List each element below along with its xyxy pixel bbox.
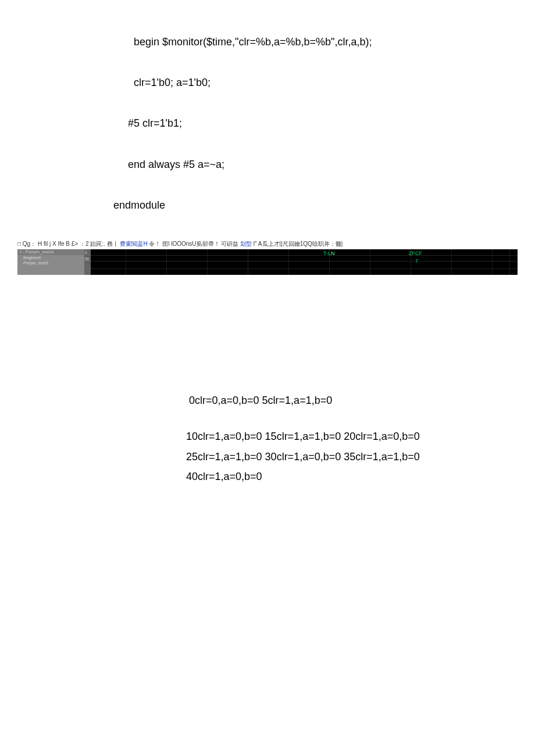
wave-label-2: ZFCF [409, 250, 422, 256]
code-line-2: clr=1'b0; a=1'b0; [134, 76, 518, 90]
signal-row-2: Penpin_test/b [17, 260, 84, 266]
waveform-toolbar: □ Qg： H fil j X Ife B £> ：2 跆罠:. 務丨 费窗閱盡… [17, 239, 518, 249]
code-section: begin $monitor($time,"clr=%b,a=%b,b=%b",… [134, 35, 518, 213]
waveform-canvas: T-LN ZFCF 7 [91, 249, 518, 275]
time-marker [166, 249, 167, 275]
output-line-3: 25clr=1,a=1,b=0 30clr=1,a=0,b=0 35clr=1,… [186, 447, 518, 466]
time-marker [126, 249, 126, 275]
output-line-4: 40clr=1,a=0,b=0 [186, 467, 518, 486]
toolbar-text-2: 费窗閱盡H [120, 241, 147, 247]
toolbar-text-4: 划型 [240, 241, 252, 247]
toolbar-text-1: □ Qg： H fil j X Ife B £> ：2 跆罠:. 務丨 [17, 241, 119, 247]
output-line-2: 10clr=1,a=0,b=0 15clr=1,a=1,b=0 20clr=1,… [186, 427, 518, 446]
value-row-1: 1 [84, 250, 91, 257]
time-marker [451, 249, 452, 275]
toolbar-text-3: 令！ 団l lOOOnsU虱邨帚！ 可硏益 [149, 241, 238, 247]
signal-values-panel: 1 St [84, 249, 91, 275]
time-marker [248, 249, 248, 275]
code-line-1: begin $monitor($time,"clr=%b,a=%b,b=%b",… [134, 35, 518, 49]
waveform-body: f - Penpin_test/a fenginevt! Penpin_test… [17, 249, 518, 275]
code-line-3: #5 clr=1'b1; [128, 116, 518, 131]
time-marker [370, 249, 370, 275]
document-page: begin $monitor($time,"clr=%b,a=%b,b=%b",… [0, 0, 535, 522]
toolbar-text-5: l" A瓜上才||尺回鑰1QQ唸职并：髓| [254, 241, 343, 247]
wave-label-3: 7 [415, 258, 418, 264]
wave-label-1-text: T-L [323, 250, 331, 256]
signal-header: f - Penpin_test/a [17, 249, 84, 255]
time-marker [509, 249, 510, 275]
output-line-1: 0clr=0,a=0,b=0 5clr=1,a=1,b=0 [189, 391, 518, 410]
time-marker [207, 249, 208, 275]
simulation-output: 0clr=0,a=0,b=0 5clr=1,a=1,b=0 10clr=1,a=… [186, 391, 518, 486]
code-line-5: endmodule [113, 198, 518, 213]
grid-line [91, 255, 518, 256]
wave-label-1: T-LN [323, 250, 335, 256]
signal-names-panel: f - Penpin_test/a fenginevt! Penpin_test… [17, 249, 84, 275]
signal-row-1: fenginevt! [17, 255, 84, 260]
time-marker [288, 249, 289, 275]
grid-line [91, 261, 518, 261]
value-row-2: St [84, 257, 91, 263]
wave-label-1-suffix: N [331, 250, 335, 256]
time-marker [492, 249, 493, 275]
waveform-viewer: □ Qg： H fil j X Ife B £> ：2 跆罠:. 務丨 费窗閱盡… [17, 239, 518, 275]
code-line-4: end always #5 a=~a; [128, 157, 518, 172]
grid-line [91, 268, 518, 269]
